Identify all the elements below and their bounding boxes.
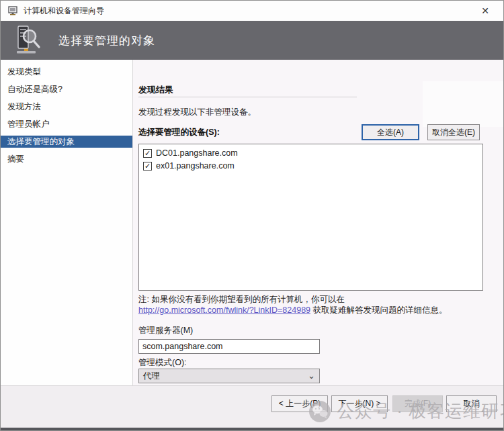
discovery-description: 发现过程发现以下非管理设备。 [138, 107, 256, 118]
page-title: 选择要管理的对象 [58, 33, 155, 48]
management-server-label: 管理服务器(M) [138, 325, 193, 336]
cancel-button[interactable]: 取消 [446, 395, 497, 412]
wizard-window: 计算机和设备管理向导 ✕ 选择要管理的对象 发现类型 自动还是高级? 发现方法 … [0, 0, 504, 431]
device-listbox[interactable]: ✓ DC01.pangshare.com ✓ ex01.pangshare.co… [138, 144, 483, 291]
checkbox-checked-icon[interactable]: ✓ [143, 149, 152, 158]
section-divider [138, 97, 357, 97]
wizard-app-icon [7, 5, 18, 16]
sidebar-item-discovery-method[interactable]: 发现方法 [1, 101, 132, 113]
sidebar-item-auto-or-advanced[interactable]: 自动还是高级? [1, 83, 132, 95]
management-mode-value: 代理 [143, 371, 160, 382]
sidebar-item-summary[interactable]: 摘要 [1, 153, 132, 165]
devices-label: 选择要管理的设备(S): [138, 127, 220, 138]
window-title: 计算机和设备管理向导 [24, 5, 104, 17]
device-name: DC01.pangshare.com [156, 148, 238, 158]
deselect-all-button[interactable]: 取消全选(E) [427, 124, 480, 140]
wizard-footer: < 上一步(P) 下一步(N) > 完成(F) 取消 [1, 385, 503, 431]
close-icon[interactable]: ✕ [475, 3, 495, 18]
note-link-suffix: 获取疑难解答发现问题的详细信息。 [310, 305, 447, 315]
sidebar-item-discovery-type[interactable]: 发现类型 [1, 66, 132, 78]
note-text-line1: 注: 如果你没有看到你期望看到的所有计算机，你可以在 [138, 294, 345, 305]
sidebar-item-select-objects[interactable]: 选择要管理的对象 [1, 136, 132, 148]
device-name: ex01.pangshare.com [156, 161, 235, 171]
next-button[interactable]: 下一步(N) > [331, 395, 388, 412]
management-mode-select[interactable]: 代理 ⌄ [138, 369, 320, 383]
back-button[interactable]: < 上一步(P) [271, 395, 328, 412]
wizard-header: 选择要管理的对象 [1, 21, 503, 60]
select-all-button[interactable]: 全选(A) [362, 124, 419, 140]
background-patch [423, 81, 504, 127]
management-server-input[interactable] [138, 339, 320, 354]
management-mode-label: 管理模式(O): [138, 357, 187, 369]
discovery-server-icon [10, 24, 42, 56]
device-row[interactable]: ✓ DC01.pangshare.com [143, 147, 478, 159]
wizard-steps-sidebar: 发现类型 自动还是高级? 发现方法 管理员帐户 选择要管理的对象 摘要 [1, 60, 133, 385]
window-bottom-border [1, 428, 503, 430]
section-title: 发现结果 [138, 84, 173, 96]
note-text-line2: http://go.microsoft.com/fwlink/?LinkID=8… [138, 305, 448, 316]
device-row[interactable]: ✓ ex01.pangshare.com [143, 160, 478, 172]
chevron-down-icon: ⌄ [308, 373, 315, 379]
sidebar-item-admin-account[interactable]: 管理员帐户 [1, 118, 132, 130]
checkbox-checked-icon[interactable]: ✓ [143, 162, 152, 171]
title-bar: 计算机和设备管理向导 ✕ [1, 1, 503, 21]
troubleshoot-link[interactable]: http://go.microsoft.com/fwlink/?LinkID=8… [138, 305, 310, 315]
finish-button: 完成(F) [392, 395, 443, 412]
